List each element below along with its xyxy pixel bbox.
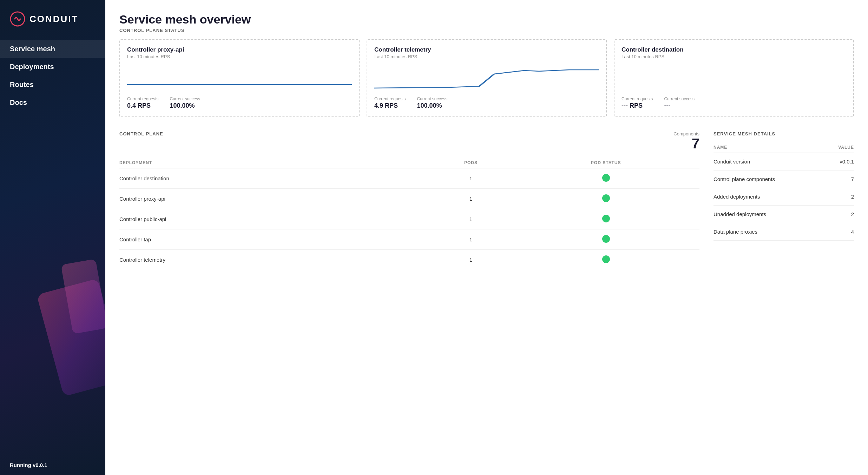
sidebar: CONDUIT Service mesh Deployments Routes …	[0, 0, 105, 475]
control-plane-section: CONTROL PLANE Components 7 DEPLOYMENT PO…	[119, 131, 699, 270]
card-destination-title: Controller destination	[622, 46, 846, 53]
card-destination-metrics: Current requests --- RPS Current success…	[622, 96, 846, 109]
page-title: Service mesh overview	[119, 13, 854, 26]
deployment-status	[512, 209, 699, 229]
deployment-name: Controller destination	[119, 168, 429, 189]
lower-section: CONTROL PLANE Components 7 DEPLOYMENT PO…	[119, 131, 854, 270]
deployments-table: DEPLOYMENT PODS POD STATUS Controller de…	[119, 158, 699, 270]
status-dot	[602, 235, 610, 243]
deployment-status	[512, 250, 699, 270]
card-telemetry-requests: Current requests 4.9 RPS	[374, 96, 406, 109]
card-telemetry-chart	[374, 63, 599, 92]
card-proxy-api-requests: Current requests 0.4 RPS	[127, 96, 158, 109]
col-pod-status: POD STATUS	[512, 158, 699, 168]
card-proxy-api-metrics: Current requests 0.4 RPS Current success…	[127, 96, 352, 109]
col-deployment: DEPLOYMENT	[119, 158, 429, 168]
components-count: 7	[673, 136, 699, 150]
sidebar-logo-text: CONDUIT	[29, 14, 78, 25]
card-telemetry-subtitle: Last 10 minutes RPS	[374, 54, 599, 59]
card-telemetry: Controller telemetry Last 10 minutes RPS…	[367, 39, 607, 117]
details-title: SERVICE MESH DETAILS	[714, 131, 854, 136]
detail-name: Conduit version	[714, 153, 826, 170]
details-col-name: NAME	[714, 142, 826, 153]
table-row: Controller proxy-api 1	[119, 189, 699, 209]
status-dot	[602, 215, 610, 222]
detail-value: v0.0.1	[826, 153, 854, 170]
deployment-status	[512, 229, 699, 250]
deployment-pods: 1	[429, 229, 513, 250]
card-destination-success: Current success ---	[664, 96, 695, 109]
deployment-pods: 1	[429, 250, 513, 270]
card-proxy-api-chart	[127, 63, 352, 92]
deployment-name: Controller proxy-api	[119, 189, 429, 209]
status-dot	[602, 174, 610, 182]
main-content: Service mesh overview CONTROL PLANE STAT…	[105, 0, 868, 475]
deployment-pods: 1	[429, 209, 513, 229]
table-row: Controller tap 1	[119, 229, 699, 250]
service-mesh-details: SERVICE MESH DETAILS NAME VALUE Conduit …	[714, 131, 854, 270]
control-plane-header: CONTROL PLANE Components 7	[119, 131, 699, 150]
deployment-status	[512, 189, 699, 209]
details-col-value: VALUE	[826, 142, 854, 153]
card-telemetry-title: Controller telemetry	[374, 46, 599, 53]
detail-name: Added deployments	[714, 188, 826, 206]
detail-value: 2	[826, 206, 854, 223]
status-cards-row: Controller proxy-api Last 10 minutes RPS…	[119, 39, 854, 117]
detail-value: 2	[826, 188, 854, 206]
card-telemetry-success: Current success 100.00%	[417, 96, 447, 109]
table-row: Controller destination 1	[119, 168, 699, 189]
control-plane-status-label: CONTROL PLANE STATUS	[119, 28, 854, 33]
sidebar-logo: CONDUIT	[0, 0, 105, 36]
status-dot	[602, 255, 610, 263]
list-item: Unadded deployments 2	[714, 206, 854, 223]
detail-name: Data plane proxies	[714, 223, 826, 241]
table-row: Controller telemetry 1	[119, 250, 699, 270]
control-plane-label: CONTROL PLANE	[119, 131, 163, 136]
deployment-name: Controller public-api	[119, 209, 429, 229]
sidebar-nav: Service mesh Deployments Routes Docs	[0, 36, 105, 115]
card-destination-subtitle: Last 10 minutes RPS	[622, 54, 846, 59]
sidebar-item-deployments[interactable]: Deployments	[0, 58, 105, 76]
card-proxy-api-title: Controller proxy-api	[127, 46, 352, 53]
card-destination-requests: Current requests --- RPS	[622, 96, 653, 109]
status-dot	[602, 194, 610, 202]
detail-value: 7	[826, 170, 854, 188]
deployment-name: Controller tap	[119, 229, 429, 250]
sidebar-footer-version: Running v0.0.1	[0, 455, 105, 475]
detail-value: 4	[826, 223, 854, 241]
card-destination-chart	[622, 63, 846, 92]
list-item: Conduit version v0.0.1	[714, 153, 854, 170]
list-item: Control plane components 7	[714, 170, 854, 188]
card-destination: Controller destination Last 10 minutes R…	[614, 39, 854, 117]
col-pods: PODS	[429, 158, 513, 168]
deployment-pods: 1	[429, 189, 513, 209]
list-item: Data plane proxies 4	[714, 223, 854, 241]
conduit-logo-icon	[10, 11, 25, 27]
deployment-status	[512, 168, 699, 189]
components-badge: Components 7	[673, 131, 699, 150]
list-item: Added deployments 2	[714, 188, 854, 206]
detail-name: Unadded deployments	[714, 206, 826, 223]
sidebar-item-docs[interactable]: Docs	[0, 94, 105, 112]
card-proxy-api-subtitle: Last 10 minutes RPS	[127, 54, 352, 59]
card-proxy-api-success: Current success 100.00%	[170, 96, 200, 109]
card-telemetry-metrics: Current requests 4.9 RPS Current success…	[374, 96, 599, 109]
sidebar-item-service-mesh[interactable]: Service mesh	[0, 40, 105, 58]
details-table: NAME VALUE Conduit version v0.0.1 Contro…	[714, 142, 854, 241]
card-proxy-api: Controller proxy-api Last 10 minutes RPS…	[119, 39, 360, 117]
detail-name: Control plane components	[714, 170, 826, 188]
deployment-pods: 1	[429, 168, 513, 189]
deployment-name: Controller telemetry	[119, 250, 429, 270]
table-row: Controller public-api 1	[119, 209, 699, 229]
sidebar-item-routes[interactable]: Routes	[0, 76, 105, 94]
